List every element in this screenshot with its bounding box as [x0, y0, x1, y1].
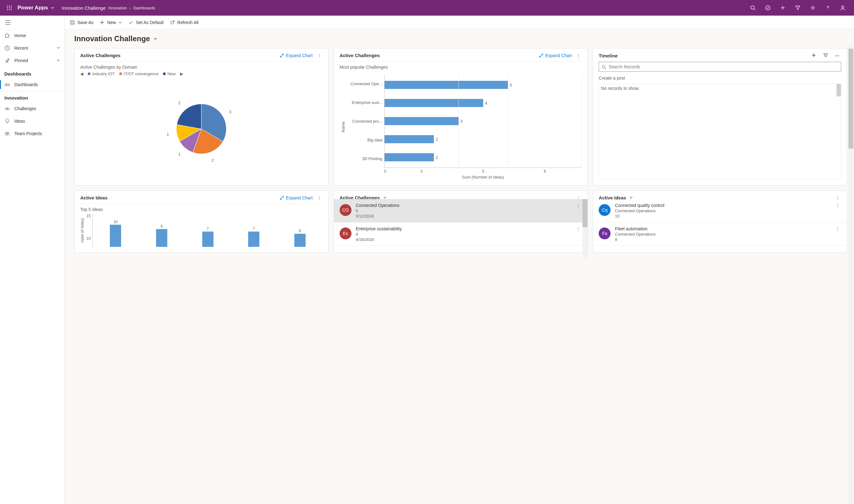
hbar-row: 2	[385, 134, 582, 144]
list-item[interactable]: CqConnected quality controlConnected Ope…	[593, 199, 847, 222]
avatar: Es	[340, 228, 352, 239]
cmd-label: New	[107, 20, 116, 25]
timeline-search-input[interactable]	[609, 64, 838, 69]
list-item-sub1: 4	[356, 232, 571, 237]
expand-chart-link[interactable]: Expand Chart	[280, 53, 313, 58]
cmd-set-default[interactable]: Set As Default	[128, 20, 163, 25]
app-brand[interactable]: Power Apps	[17, 5, 54, 11]
hbar-tick: 8	[508, 169, 582, 174]
timeline-search[interactable]	[599, 62, 841, 72]
hbar-bar[interactable]	[385, 81, 508, 89]
list-item-more-icon[interactable]: ⋮	[834, 226, 841, 231]
scrollbar[interactable]	[583, 199, 587, 258]
vbar-col: 7	[233, 214, 274, 247]
app-brand-label: Power Apps	[17, 5, 48, 11]
nav-item-recent[interactable]: Recent	[0, 42, 65, 54]
cmd-refresh-all[interactable]: Refresh All	[170, 20, 198, 25]
card-more-icon[interactable]: ⋮	[316, 195, 323, 200]
breadcrumb-page[interactable]: Dashboards	[133, 6, 155, 10]
chevron-down-icon	[51, 6, 54, 10]
breadcrumb-root[interactable]: Innovation Challenge	[62, 5, 106, 11]
list-item-title: Fleet automation	[615, 226, 830, 231]
add-icon[interactable]	[775, 0, 790, 16]
expand-chart-link[interactable]: Expand Chart	[280, 195, 313, 200]
list-item[interactable]: COConnected Operations53/12/2018⋮	[334, 199, 588, 222]
timeline-more-icon[interactable]: ⋯	[833, 53, 841, 58]
scrollbar-thumb[interactable]	[583, 199, 587, 227]
breadcrumb-section[interactable]: Innovation	[108, 6, 127, 10]
hbar-bar[interactable]	[385, 153, 434, 161]
expand-chart-link[interactable]: Expand Chart	[539, 53, 572, 58]
expand-icon	[280, 53, 284, 58]
vbar-tick: 15	[87, 214, 90, 218]
clock-icon	[4, 45, 10, 51]
nav-item-team-projects[interactable]: Team Projects	[0, 127, 65, 140]
vbar-bar[interactable]	[110, 225, 121, 247]
pie-value: 2	[178, 101, 180, 105]
hbar-row: 5	[385, 80, 582, 90]
nav-item-pinned[interactable]: Pinned	[0, 54, 65, 67]
breadcrumb-separator: ›	[129, 6, 131, 10]
card-more-icon[interactable]: ⋮	[316, 53, 323, 58]
hbar-bar[interactable]	[385, 135, 434, 143]
card-title: Active Challenges	[340, 53, 380, 58]
card-more-icon[interactable]: ⋮	[575, 53, 582, 58]
vbar-col: 8	[141, 214, 182, 247]
settings-icon[interactable]	[805, 0, 820, 16]
svg-point-17	[6, 132, 7, 133]
list-item-more-icon[interactable]: ⋮	[575, 226, 582, 231]
dashboard-title[interactable]: Innovation Challenge	[65, 29, 854, 46]
timeline-create-post[interactable]: Create a post	[599, 75, 841, 80]
nav-label: Pinned	[14, 58, 28, 63]
legend-item[interactable]: IT/OT convergence	[119, 71, 159, 76]
list-item-more-icon[interactable]: ⋮	[575, 203, 582, 208]
scrollbar-thumb[interactable]	[848, 49, 853, 148]
account-icon[interactable]	[835, 0, 850, 16]
vbar-bar[interactable]	[248, 232, 260, 247]
pie-slice[interactable]	[177, 104, 202, 129]
help-icon[interactable]	[820, 0, 835, 16]
list-item[interactable]: EsEnterprise sustainability44/16/2018⋮	[334, 222, 588, 246]
vbar-bar[interactable]	[202, 232, 213, 247]
hbar-category: Enterprise sust...	[347, 100, 382, 105]
svg-point-3	[7, 7, 8, 8]
nav-item-challenges[interactable]: Challenges	[0, 102, 65, 115]
legend-swatch	[88, 72, 90, 75]
legend-item[interactable]: Industry IOT	[88, 71, 115, 76]
list-item-more-icon[interactable]: ⋮	[834, 203, 841, 208]
canvas-scrollbar[interactable]	[848, 46, 853, 504]
avatar: Fa	[599, 228, 610, 239]
filter-icon[interactable]	[790, 0, 805, 16]
app-launcher-icon[interactable]	[4, 2, 15, 14]
list-item[interactable]: FaFleet automationConnected Operations8⋮	[593, 222, 847, 246]
cmd-new[interactable]: New	[100, 20, 122, 25]
nav-item-home[interactable]: Home	[0, 29, 65, 42]
legend-item[interactable]: New	[163, 71, 176, 76]
hbar-bar[interactable]	[385, 117, 459, 125]
task-icon[interactable]	[760, 0, 775, 16]
hbar-bar[interactable]	[385, 99, 483, 107]
nav-label: Recent	[14, 46, 28, 51]
nav-collapse-button[interactable]	[0, 16, 65, 29]
save-icon	[70, 20, 75, 25]
card-title: Timeline	[599, 53, 618, 58]
legend-prev-icon[interactable]: ◀	[80, 71, 83, 76]
cmd-save-as[interactable]: Save As	[70, 20, 93, 25]
hbar-value: 2	[436, 137, 438, 142]
legend-next-icon[interactable]: ▶	[180, 71, 183, 76]
hbar-value: 5	[510, 83, 512, 87]
scrollbar-thumb[interactable]	[837, 84, 841, 96]
breadcrumb: Innovation Challenge Innovation › Dashbo…	[62, 5, 155, 11]
timeline-filter-icon[interactable]	[821, 53, 830, 59]
hbar-tick: 3	[385, 169, 459, 174]
team-icon	[4, 131, 10, 137]
search-icon[interactable]	[745, 0, 760, 16]
vbar-bar[interactable]	[294, 234, 306, 247]
timeline-add-icon[interactable]	[809, 53, 818, 59]
search-icon	[602, 65, 606, 69]
cmd-label: Set As Default	[136, 20, 163, 25]
nav-item-ideas[interactable]: Ideas	[0, 115, 65, 127]
vbar-bar[interactable]	[156, 229, 167, 247]
pie-value: 1	[167, 132, 169, 137]
nav-item-dashboards[interactable]: Dashboards	[0, 78, 65, 91]
